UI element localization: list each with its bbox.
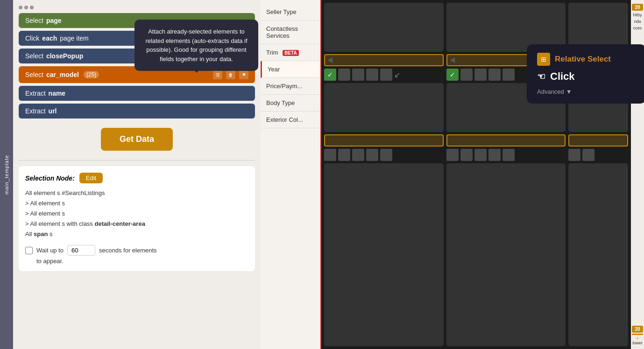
price-box-col3-2[interactable] bbox=[582, 149, 594, 161]
checkboxes-row-col2-2 bbox=[446, 149, 566, 161]
filter-body-type[interactable]: Body Type bbox=[261, 95, 320, 112]
tooltip-popup: Attach already-selected elements to rela… bbox=[134, 20, 258, 71]
click-label: Click bbox=[550, 70, 575, 83]
to-appear-text: to appear. bbox=[36, 258, 248, 265]
divider bbox=[19, 160, 255, 161]
workflow-keyword-each: each bbox=[42, 35, 57, 42]
click-hand-icon: ☜ bbox=[537, 71, 545, 82]
badge-20-1: 20 bbox=[632, 4, 643, 11]
workflow-item-extract-url[interactable]: Extract url bbox=[19, 104, 255, 119]
checkbox-green-1[interactable]: ✓ bbox=[324, 69, 336, 81]
orange-select-bar-2[interactable] bbox=[324, 134, 444, 147]
advanced-button[interactable]: Advanced ▼ bbox=[537, 88, 572, 95]
wait-prefix: Wait up to bbox=[36, 247, 64, 254]
filter-label: Year bbox=[268, 66, 280, 73]
filter-label: Price/Paym... bbox=[266, 83, 302, 90]
workflow-prefix-car: Select bbox=[25, 71, 43, 78]
filter-label: Trim bbox=[266, 49, 278, 56]
list-icon[interactable]: ☰ bbox=[213, 70, 222, 79]
right-panel: ⊞ Relative Select ☜ Click Advanced ▼ Sel… bbox=[261, 0, 644, 349]
orange-select-bar-col2-2[interactable] bbox=[446, 134, 566, 147]
price-box-col2-3[interactable] bbox=[474, 149, 487, 161]
wait-suffix: seconds for elements bbox=[99, 247, 157, 254]
price-box-2[interactable] bbox=[338, 149, 350, 161]
filter-seller-type[interactable]: Seller Type bbox=[261, 4, 320, 21]
price-box-col2-4[interactable] bbox=[488, 149, 501, 161]
item-icons: ☰ 🗑 ⚑ bbox=[213, 70, 248, 79]
tooltip-text: Attach already-selected elements to rela… bbox=[145, 28, 247, 63]
selection-node-label: Selection Node: bbox=[25, 174, 75, 182]
dot-1 bbox=[19, 6, 22, 9]
sidebar-label: main_template bbox=[0, 0, 13, 349]
relative-select-popup: ⊞ Relative Select ☜ Click Advanced ▼ bbox=[527, 44, 644, 104]
wait-input[interactable] bbox=[67, 245, 95, 256]
strip-star: ★ bbox=[632, 336, 643, 341]
wait-section: Wait up to seconds for elements bbox=[25, 245, 248, 256]
relative-select-click-row: ☜ Click bbox=[537, 70, 636, 83]
checkbox-col2-3[interactable] bbox=[488, 69, 501, 81]
badge-20-2: 20 bbox=[632, 326, 643, 333]
dot-2 bbox=[24, 6, 28, 9]
extract-prefix: Extract bbox=[25, 90, 46, 97]
relative-select-title: Relative Select bbox=[555, 55, 611, 64]
checkbox-col2-4[interactable] bbox=[502, 69, 515, 81]
chevron-down-icon: ▼ bbox=[566, 88, 572, 95]
filter-label: Contactless Services bbox=[266, 25, 298, 39]
workflow-suffix: page item bbox=[60, 35, 88, 42]
price-box-col2-1[interactable] bbox=[446, 149, 459, 161]
checkbox-green-col2[interactable]: ✓ bbox=[446, 69, 459, 81]
price-box-1[interactable] bbox=[324, 149, 336, 161]
price-box-5[interactable] bbox=[380, 149, 392, 161]
workflow-item-extract-name[interactable]: Extract name bbox=[19, 86, 255, 101]
strip-text-1: hitby bbox=[632, 13, 643, 17]
checkboxes-row-1: ✓ ↙ bbox=[324, 69, 444, 81]
checkbox-col2-2[interactable] bbox=[474, 69, 487, 81]
wait-checkbox[interactable] bbox=[25, 247, 33, 254]
price-box-col3-1[interactable] bbox=[568, 149, 580, 161]
selection-line-1: All element s #SearchListings bbox=[25, 188, 248, 198]
workflow-prefix-close: Select bbox=[25, 52, 43, 60]
price-box-col2-5[interactable] bbox=[502, 149, 515, 161]
selection-node-section: Selection Node: Edit All element s #Sear… bbox=[19, 166, 255, 271]
extract-url-keyword: url bbox=[49, 107, 57, 115]
selection-line-2: > All element s bbox=[25, 198, 248, 209]
edit-button[interactable]: Edit bbox=[79, 173, 103, 183]
price-box-4[interactable] bbox=[366, 149, 378, 161]
orange-select-bar-1[interactable] bbox=[324, 54, 444, 66]
relative-select-header: ⊞ Relative Select bbox=[537, 53, 636, 66]
beta-badge: BETA bbox=[283, 50, 298, 56]
cursor-indicator-1: ↙ bbox=[394, 70, 400, 79]
dot-3 bbox=[30, 6, 34, 9]
workflow-keyword-car: car_model bbox=[46, 71, 79, 78]
strip-text-2: nda bbox=[632, 19, 643, 24]
checkbox-4[interactable] bbox=[380, 69, 392, 81]
checkbox-1[interactable] bbox=[338, 69, 350, 81]
checkbox-2[interactable] bbox=[352, 69, 364, 81]
car-model-badge: (25) bbox=[84, 71, 99, 78]
price-box-col2-2[interactable] bbox=[460, 149, 473, 161]
trash-icon[interactable]: 🗑 bbox=[226, 70, 235, 79]
checkbox-3[interactable] bbox=[366, 69, 378, 81]
filter-trim[interactable]: Trim BETA bbox=[261, 44, 320, 61]
workflow-keyword: page bbox=[46, 17, 62, 24]
relative-select-icon: ⊞ bbox=[537, 53, 550, 66]
filter-price[interactable]: Price/Paym... bbox=[261, 78, 320, 95]
car-column-1: ✓ ↙ bbox=[324, 3, 444, 346]
workflow-prefix: Select bbox=[25, 17, 43, 24]
filter-contactless[interactable]: Contactless Services bbox=[261, 21, 320, 44]
workflow-prefix-click: Click bbox=[25, 35, 39, 42]
orange-select-bar-col3-2[interactable] bbox=[568, 134, 628, 147]
top-dots bbox=[19, 6, 255, 9]
checkbox-col2-1[interactable] bbox=[460, 69, 473, 81]
filter-exterior-col[interactable]: Exterior Col... bbox=[261, 112, 320, 128]
get-data-button[interactable]: Get Data bbox=[101, 128, 173, 151]
filters-sidebar: Seller Type Contactless Services Trim BE… bbox=[261, 0, 321, 349]
extract-url-prefix: Extract bbox=[25, 107, 46, 115]
strip-power: lower bbox=[632, 341, 643, 345]
selection-node-header: Selection Node: Edit bbox=[25, 173, 248, 183]
car-image-1 bbox=[324, 3, 444, 52]
price-box-3[interactable] bbox=[352, 149, 364, 161]
flag-icon[interactable]: ⚑ bbox=[239, 70, 248, 79]
filter-year[interactable]: Year bbox=[261, 61, 320, 78]
filter-label: Exterior Col... bbox=[266, 116, 303, 123]
